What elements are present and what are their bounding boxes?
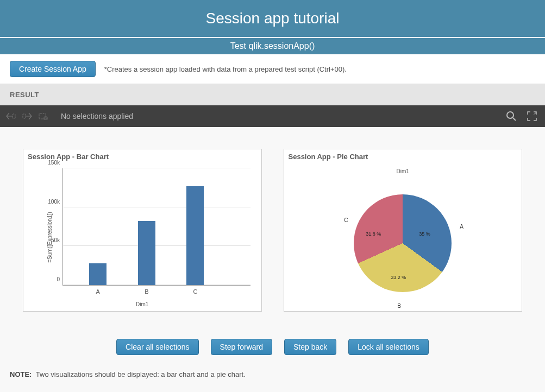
page-subtitle: Test qlik.sessionApp()	[0, 37, 545, 54]
bar-b[interactable]	[138, 221, 155, 285]
create-bar: Create Session App *Creates a session ap…	[0, 54, 545, 84]
svg-marker-6	[533, 112, 536, 115]
bar-chart-card: Session App - Bar Chart =Sum([Expression…	[23, 149, 262, 312]
lock-selections-button[interactable]: Lock all selections	[348, 339, 429, 355]
pie-slice-pct-c: 31.8 %	[366, 231, 381, 237]
pie-slice-pct-b: 33.2 %	[391, 275, 406, 280]
bar-chart-plot[interactable]: 0 50k 100k 150k A B C	[62, 168, 250, 286]
svg-rect-0	[12, 114, 15, 118]
search-icon[interactable]	[506, 111, 517, 122]
bar-tick: 100k	[48, 198, 60, 204]
create-session-app-button[interactable]: Create Session App	[10, 61, 96, 77]
pie-slice-label-a: A	[460, 224, 463, 230]
result-heading: RESULT	[0, 84, 545, 105]
fullscreen-icon[interactable]	[527, 111, 537, 122]
svg-line-5	[513, 118, 516, 121]
step-forward-button[interactable]: Step forward	[211, 339, 272, 355]
page-title: Session app tutorial	[0, 0, 545, 37]
clear-selections-button[interactable]: Clear all selections	[116, 339, 199, 355]
pie-chart-card: Session App - Pie Chart Dim1 A 35 % B 33…	[284, 149, 523, 312]
note-label: NOTE:	[10, 370, 32, 378]
charts-row: Session App - Bar Chart =Sum([Expression…	[0, 127, 545, 323]
step-back-button[interactable]: Step back	[284, 339, 336, 355]
note-row: NOTE: Two visualizations should be displ…	[0, 366, 545, 387]
pie-slice-label-b: B	[397, 303, 401, 309]
bar-category-label: C	[193, 288, 197, 295]
note-text: Two visualizations should be displayed: …	[36, 370, 246, 378]
bar-c[interactable]	[186, 186, 204, 285]
selection-back-icon[interactable]	[5, 111, 16, 122]
create-description: *Creates a session app loaded with data …	[104, 65, 347, 73]
selection-status-text: No selections applied	[54, 112, 498, 121]
pie-chart-title: Session App - Pie Chart	[284, 149, 522, 164]
svg-point-4	[507, 112, 513, 118]
pie-slice-pct-a: 35 %	[419, 231, 430, 237]
bar-tick: 0	[57, 276, 60, 282]
bar-tick: 50k	[51, 237, 60, 243]
bar-a[interactable]	[89, 263, 107, 285]
action-buttons-row: Clear all selections Step forward Step b…	[0, 323, 545, 366]
pie-chart-plot[interactable]: A 35 % B 33.2 % C 31.8 %	[354, 194, 452, 292]
bar-category-label: A	[96, 288, 100, 295]
selection-forward-icon[interactable]	[22, 111, 33, 122]
pie-dim-label: Dim1	[397, 168, 409, 174]
selection-toolbar: No selections applied	[0, 105, 545, 127]
svg-rect-1	[23, 114, 26, 118]
bar-chart-xlabel: Dim1	[136, 301, 148, 307]
bar-tick: 150k	[48, 160, 60, 166]
selection-clear-icon[interactable]	[38, 111, 49, 122]
pie-slice-label-c: C	[344, 217, 348, 223]
bar-category-label: B	[145, 288, 148, 295]
